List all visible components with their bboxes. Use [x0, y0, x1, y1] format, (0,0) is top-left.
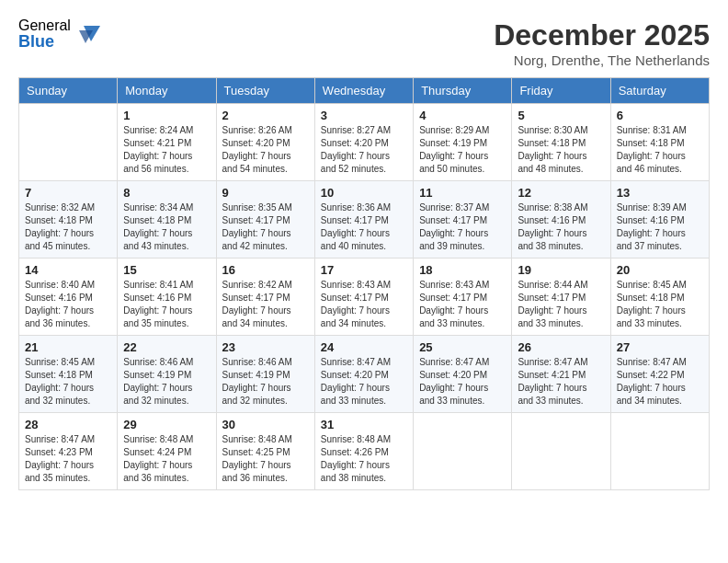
day-of-week-header: Monday	[118, 78, 216, 104]
calendar-cell: 4Sunrise: 8:29 AMSunset: 4:19 PMDaylight…	[414, 104, 512, 181]
calendar-cell: 23Sunrise: 8:46 AMSunset: 4:19 PMDayligh…	[216, 336, 314, 413]
day-info: Sunrise: 8:46 AMSunset: 4:19 PMDaylight:…	[222, 356, 309, 408]
day-info: Sunrise: 8:24 AMSunset: 4:21 PMDaylight:…	[123, 124, 210, 176]
calendar-cell: 27Sunrise: 8:47 AMSunset: 4:22 PMDayligh…	[610, 336, 709, 413]
day-info: Sunrise: 8:31 AMSunset: 4:18 PMDaylight:…	[617, 124, 703, 176]
calendar-header-row: SundayMondayTuesdayWednesdayThursdayFrid…	[19, 78, 710, 104]
day-number: 31	[321, 418, 407, 431]
day-info: Sunrise: 8:48 AMSunset: 4:25 PMDaylight:…	[222, 433, 309, 485]
calendar-cell: 5Sunrise: 8:30 AMSunset: 4:18 PMDaylight…	[512, 104, 610, 181]
day-number: 3	[321, 109, 407, 122]
day-info: Sunrise: 8:37 AMSunset: 4:17 PMDaylight:…	[419, 201, 506, 253]
calendar-cell	[414, 413, 512, 490]
calendar-cell: 21Sunrise: 8:45 AMSunset: 4:18 PMDayligh…	[19, 336, 118, 413]
day-number: 15	[123, 263, 210, 277]
calendar-cell: 19Sunrise: 8:44 AMSunset: 4:17 PMDayligh…	[512, 259, 610, 336]
day-info: Sunrise: 8:42 AMSunset: 4:17 PMDaylight:…	[222, 279, 309, 330]
day-info: Sunrise: 8:26 AMSunset: 4:20 PMDaylight:…	[222, 124, 309, 176]
calendar-week-row: 28Sunrise: 8:47 AMSunset: 4:23 PMDayligh…	[19, 413, 710, 490]
day-info: Sunrise: 8:48 AMSunset: 4:26 PMDaylight:…	[321, 433, 407, 485]
calendar-cell: 9Sunrise: 8:35 AMSunset: 4:17 PMDaylight…	[216, 181, 314, 259]
calendar-cell: 24Sunrise: 8:47 AMSunset: 4:20 PMDayligh…	[314, 336, 413, 413]
calendar-cell: 20Sunrise: 8:45 AMSunset: 4:18 PMDayligh…	[610, 259, 709, 336]
day-number: 9	[222, 186, 309, 200]
title-section: December 2025 Norg, Drenthe, The Netherl…	[494, 18, 710, 68]
day-number: 4	[419, 109, 506, 122]
day-number: 16	[222, 263, 309, 277]
day-number: 14	[25, 263, 111, 277]
calendar-cell: 22Sunrise: 8:46 AMSunset: 4:19 PMDayligh…	[118, 336, 216, 413]
calendar-cell: 6Sunrise: 8:31 AMSunset: 4:18 PMDaylight…	[610, 104, 709, 181]
calendar-cell: 10Sunrise: 8:36 AMSunset: 4:17 PMDayligh…	[314, 181, 413, 259]
day-number: 11	[419, 186, 506, 200]
day-number: 28	[25, 418, 111, 431]
day-number: 7	[25, 186, 111, 200]
day-number: 8	[123, 186, 210, 200]
calendar-cell	[19, 104, 118, 181]
day-number: 25	[419, 340, 506, 354]
calendar-cell: 7Sunrise: 8:32 AMSunset: 4:18 PMDaylight…	[19, 181, 118, 259]
day-number: 19	[518, 263, 604, 277]
day-info: Sunrise: 8:47 AMSunset: 4:21 PMDaylight:…	[518, 356, 604, 408]
day-of-week-header: Friday	[512, 78, 610, 104]
logo-icon	[74, 21, 100, 47]
day-info: Sunrise: 8:48 AMSunset: 4:24 PMDaylight:…	[123, 433, 210, 485]
day-number: 26	[518, 340, 604, 354]
day-of-week-header: Wednesday	[314, 78, 413, 104]
day-of-week-header: Saturday	[610, 78, 709, 104]
day-number: 20	[617, 263, 703, 277]
day-number: 6	[617, 109, 703, 122]
day-info: Sunrise: 8:47 AMSunset: 4:20 PMDaylight:…	[419, 356, 506, 408]
calendar-cell: 18Sunrise: 8:43 AMSunset: 4:17 PMDayligh…	[414, 259, 512, 336]
day-info: Sunrise: 8:29 AMSunset: 4:19 PMDaylight:…	[419, 124, 506, 176]
day-of-week-header: Tuesday	[216, 78, 314, 104]
calendar-week-row: 1Sunrise: 8:24 AMSunset: 4:21 PMDaylight…	[19, 104, 710, 181]
calendar-week-row: 7Sunrise: 8:32 AMSunset: 4:18 PMDaylight…	[19, 181, 710, 259]
day-number: 5	[518, 109, 604, 122]
day-number: 21	[25, 340, 111, 354]
day-info: Sunrise: 8:43 AMSunset: 4:17 PMDaylight:…	[419, 279, 506, 330]
day-of-week-header: Thursday	[414, 78, 512, 104]
day-info: Sunrise: 8:38 AMSunset: 4:16 PMDaylight:…	[518, 201, 604, 253]
calendar-cell: 12Sunrise: 8:38 AMSunset: 4:16 PMDayligh…	[512, 181, 610, 259]
calendar-cell: 11Sunrise: 8:37 AMSunset: 4:17 PMDayligh…	[414, 181, 512, 259]
day-info: Sunrise: 8:30 AMSunset: 4:18 PMDaylight:…	[518, 124, 604, 176]
day-info: Sunrise: 8:45 AMSunset: 4:18 PMDaylight:…	[617, 279, 703, 330]
day-number: 30	[222, 418, 309, 431]
calendar-cell: 25Sunrise: 8:47 AMSunset: 4:20 PMDayligh…	[414, 336, 512, 413]
day-number: 18	[419, 263, 506, 277]
calendar-cell: 31Sunrise: 8:48 AMSunset: 4:26 PMDayligh…	[314, 413, 413, 490]
calendar-cell: 17Sunrise: 8:43 AMSunset: 4:17 PMDayligh…	[314, 259, 413, 336]
calendar-cell: 13Sunrise: 8:39 AMSunset: 4:16 PMDayligh…	[610, 181, 709, 259]
day-info: Sunrise: 8:27 AMSunset: 4:20 PMDaylight:…	[321, 124, 407, 176]
day-info: Sunrise: 8:43 AMSunset: 4:17 PMDaylight:…	[321, 279, 407, 330]
day-number: 13	[617, 186, 703, 200]
day-number: 22	[123, 340, 210, 354]
day-number: 12	[518, 186, 604, 200]
day-number: 29	[123, 418, 210, 431]
calendar-cell: 2Sunrise: 8:26 AMSunset: 4:20 PMDaylight…	[216, 104, 314, 181]
day-number: 27	[617, 340, 703, 354]
logo-general: General	[18, 18, 71, 33]
day-info: Sunrise: 8:40 AMSunset: 4:16 PMDaylight:…	[25, 279, 111, 330]
day-info: Sunrise: 8:46 AMSunset: 4:19 PMDaylight:…	[123, 356, 210, 408]
calendar-week-row: 14Sunrise: 8:40 AMSunset: 4:16 PMDayligh…	[19, 259, 710, 336]
day-info: Sunrise: 8:47 AMSunset: 4:22 PMDaylight:…	[617, 356, 703, 408]
calendar-cell	[512, 413, 610, 490]
calendar-cell: 26Sunrise: 8:47 AMSunset: 4:21 PMDayligh…	[512, 336, 610, 413]
day-info: Sunrise: 8:41 AMSunset: 4:16 PMDaylight:…	[123, 279, 210, 330]
day-number: 24	[321, 340, 407, 354]
calendar-cell: 8Sunrise: 8:34 AMSunset: 4:18 PMDaylight…	[118, 181, 216, 259]
calendar-cell: 28Sunrise: 8:47 AMSunset: 4:23 PMDayligh…	[19, 413, 118, 490]
calendar-cell: 14Sunrise: 8:40 AMSunset: 4:16 PMDayligh…	[19, 259, 118, 336]
calendar-cell: 16Sunrise: 8:42 AMSunset: 4:17 PMDayligh…	[216, 259, 314, 336]
day-info: Sunrise: 8:39 AMSunset: 4:16 PMDaylight:…	[617, 201, 703, 253]
calendar-table: SundayMondayTuesdayWednesdayThursdayFrid…	[18, 77, 710, 490]
day-info: Sunrise: 8:47 AMSunset: 4:23 PMDaylight:…	[25, 433, 111, 485]
calendar-cell: 1Sunrise: 8:24 AMSunset: 4:21 PMDaylight…	[118, 104, 216, 181]
calendar-cell: 30Sunrise: 8:48 AMSunset: 4:25 PMDayligh…	[216, 413, 314, 490]
location: Norg, Drenthe, The Netherlands	[494, 52, 710, 68]
day-number: 1	[123, 109, 210, 122]
day-info: Sunrise: 8:45 AMSunset: 4:18 PMDaylight:…	[25, 356, 111, 408]
calendar-cell: 15Sunrise: 8:41 AMSunset: 4:16 PMDayligh…	[118, 259, 216, 336]
